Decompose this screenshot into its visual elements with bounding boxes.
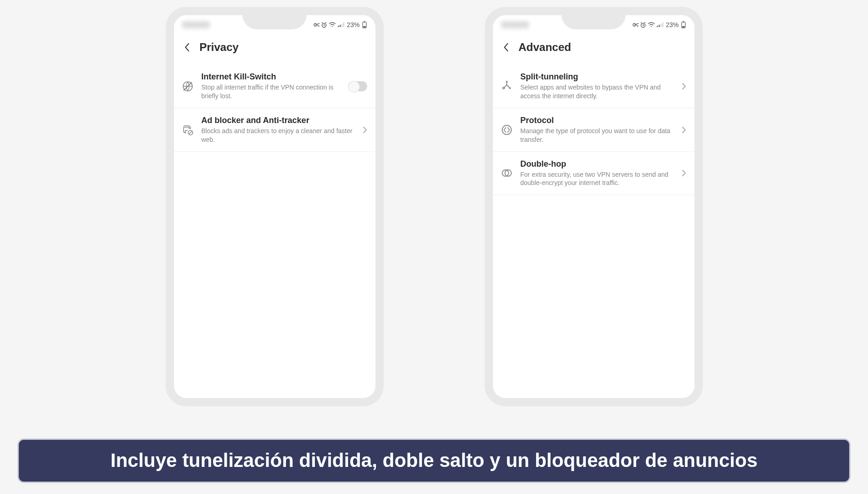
double-hop-icon xyxy=(500,167,513,180)
setting-split-tunneling[interactable]: Split-tunneling Select apps and websites… xyxy=(493,65,694,108)
svg-rect-1 xyxy=(338,26,339,27)
status-right: 23% xyxy=(312,21,367,28)
svg-rect-6 xyxy=(364,22,365,22)
caption-banner: Incluye tunelización dividida, doble sal… xyxy=(17,438,851,483)
signal-icon xyxy=(656,22,664,28)
wifi-icon xyxy=(329,22,336,28)
item-title: Protocol xyxy=(521,116,674,125)
battery-icon xyxy=(362,21,367,28)
svg-rect-14 xyxy=(659,25,660,27)
item-desc: For extra security, use two VPN servers … xyxy=(521,170,674,188)
item-content: Ad blocker and Anti-tracker Blocks ads a… xyxy=(202,116,355,144)
svg-rect-18 xyxy=(683,22,684,22)
settings-list: Split-tunneling Select apps and websites… xyxy=(493,61,694,199)
item-desc: Blocks ads and trackers to enjoy a clean… xyxy=(202,127,355,144)
phones-container: 23% Privacy Internet Kill-Switch Stop al… xyxy=(0,0,868,406)
chevron-right-icon xyxy=(363,126,367,134)
page-header: Privacy xyxy=(174,33,375,61)
status-carrier xyxy=(182,21,210,28)
svg-point-23 xyxy=(502,125,511,135)
item-title: Ad blocker and Anti-tracker xyxy=(202,116,355,125)
setting-double-hop[interactable]: Double-hop For extra security, use two V… xyxy=(493,152,694,196)
kill-switch-toggle[interactable] xyxy=(348,81,367,91)
svg-rect-19 xyxy=(682,26,684,28)
item-content: Internet Kill-Switch Stop all internet t… xyxy=(202,72,341,101)
phone-notch xyxy=(242,15,307,29)
status-carrier xyxy=(501,21,529,28)
battery-percent: 23% xyxy=(347,21,359,28)
setting-kill-switch[interactable]: Internet Kill-Switch Stop all internet t… xyxy=(174,65,375,108)
svg-rect-7 xyxy=(363,26,365,28)
back-button[interactable] xyxy=(184,43,190,52)
item-content: Split-tunneling Select apps and websites… xyxy=(521,72,674,101)
svg-rect-3 xyxy=(342,24,342,27)
caption-text: Incluye tunelización dividida, doble sal… xyxy=(111,449,758,471)
vpn-icon xyxy=(312,22,319,28)
item-desc: Select apps and websites to bypass the V… xyxy=(521,83,674,101)
page-title: Privacy xyxy=(200,41,239,54)
item-content: Protocol Manage the type of protocol you… xyxy=(521,116,674,144)
setting-ad-blocker[interactable]: Ad blocker and Anti-tracker Blocks ads a… xyxy=(174,108,375,152)
status-icons xyxy=(312,22,345,28)
phone-frame-advanced: 23% Advanced Split-tunneling Select apps… xyxy=(485,7,703,406)
item-title: Split-tunneling xyxy=(521,72,674,82)
svg-rect-2 xyxy=(340,25,341,27)
wifi-icon xyxy=(648,22,655,28)
setting-protocol[interactable]: Protocol Manage the type of protocol you… xyxy=(493,108,694,152)
item-desc: Manage the type of protocol you want to … xyxy=(521,127,674,144)
svg-rect-13 xyxy=(657,26,658,27)
battery-percent: 23% xyxy=(666,21,678,28)
back-button[interactable] xyxy=(503,43,509,52)
chevron-right-icon xyxy=(682,83,686,90)
page-header: Advanced xyxy=(493,33,694,61)
phone-notch xyxy=(561,15,626,29)
vpn-icon xyxy=(631,22,638,28)
phone-frame-privacy: 23% Privacy Internet Kill-Switch Stop al… xyxy=(166,7,384,406)
svg-rect-15 xyxy=(661,24,661,27)
page-title: Advanced xyxy=(519,41,571,54)
protocol-icon xyxy=(500,124,513,136)
globe-blocked-icon xyxy=(181,80,194,93)
svg-rect-4 xyxy=(343,22,344,27)
item-desc: Stop all internet traffic if the VPN con… xyxy=(202,83,341,101)
svg-point-22 xyxy=(509,87,511,89)
item-content: Double-hop For extra security, use two V… xyxy=(521,159,674,188)
alarm-icon xyxy=(321,22,327,28)
chevron-right-icon xyxy=(682,126,686,134)
status-icons xyxy=(631,22,664,28)
ad-block-icon xyxy=(181,124,194,136)
item-title: Double-hop xyxy=(521,159,674,169)
battery-icon xyxy=(681,21,686,28)
signal-icon xyxy=(337,22,345,28)
split-tunnel-icon xyxy=(500,80,513,93)
settings-list: Internet Kill-Switch Stop all internet t… xyxy=(174,61,375,156)
svg-point-20 xyxy=(506,81,508,83)
svg-line-11 xyxy=(189,131,192,134)
svg-rect-16 xyxy=(662,22,663,27)
chevron-right-icon xyxy=(682,169,686,177)
status-right: 23% xyxy=(631,21,686,28)
item-title: Internet Kill-Switch xyxy=(202,72,341,82)
alarm-icon xyxy=(640,22,646,28)
